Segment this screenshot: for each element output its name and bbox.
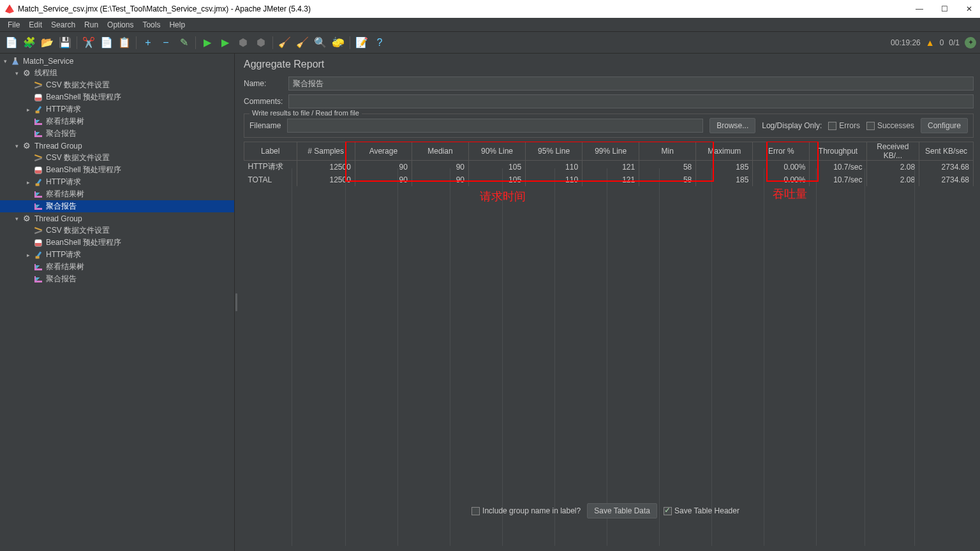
clear-all-button[interactable]: 🧹 xyxy=(295,35,310,50)
tree-viewtree-3[interactable]: 察看结果树 xyxy=(0,261,234,273)
new-button[interactable]: 📄 xyxy=(4,35,19,50)
reset-search-button[interactable]: 🧽 xyxy=(330,35,346,50)
tree-beanshell-3[interactable]: BeanShell 预处理程序 xyxy=(0,237,234,249)
function-helper-button[interactable]: 📝 xyxy=(354,35,369,50)
tree-aggregate-1[interactable]: 聚合报告 xyxy=(0,128,234,140)
shutdown-button[interactable]: ⬢ xyxy=(253,35,269,50)
table-row[interactable]: TOTAL125009090105110121581850.00%10.7/se… xyxy=(244,173,974,186)
tree-beanshell-1[interactable]: BeanShell 预处理程序 xyxy=(0,91,234,103)
tree-viewtree-1[interactable]: 察看结果树 xyxy=(0,115,234,128)
maximize-button[interactable]: ☐ xyxy=(939,4,951,13)
configure-button[interactable]: Configure xyxy=(921,118,968,133)
help-button[interactable]: ? xyxy=(372,35,387,50)
test-plan-tree[interactable]: ▾Match_Service ▾⚙线程组 CSV 数据文件设置 BeanShel… xyxy=(0,54,235,551)
tree-thread-group-2[interactable]: ▾⚙Thread Group xyxy=(0,140,234,152)
menu-file[interactable]: File xyxy=(4,19,24,31)
menu-options[interactable]: Options xyxy=(103,19,137,31)
th-label[interactable]: Label xyxy=(244,142,297,161)
warning-icon[interactable]: ▲ xyxy=(926,38,935,48)
menu-help[interactable]: Help xyxy=(165,19,189,31)
copy-icon: 📄 xyxy=(100,38,113,48)
cut-button[interactable]: ✂️ xyxy=(81,35,96,50)
tree-http-1[interactable]: ▸HTTP请求 xyxy=(0,103,234,115)
th-skb[interactable]: Sent KB/sec xyxy=(919,142,974,161)
minimize-button[interactable]: — xyxy=(913,4,926,13)
graph-icon xyxy=(34,203,42,210)
graph-icon xyxy=(34,276,42,283)
start-notimers-button[interactable]: ▶ xyxy=(218,35,233,50)
include-group-checkbox[interactable]: Include group name in label? xyxy=(471,506,581,515)
results-table-wrap: 请求时间 吞吐量 Label # Samples Average Median … xyxy=(244,142,974,546)
tree-thread-group-3[interactable]: ▾⚙Thread Group xyxy=(0,212,234,224)
open-button[interactable]: 📂 xyxy=(40,35,55,50)
reset-icon: 🧽 xyxy=(332,38,345,48)
broom-icon: 🧹 xyxy=(278,38,291,48)
sampler-icon xyxy=(35,106,41,114)
remove-button[interactable]: − xyxy=(158,35,174,50)
comments-input[interactable] xyxy=(288,94,974,108)
toggle-icon: ✎ xyxy=(180,38,188,48)
paste-button[interactable]: 📋 xyxy=(117,35,132,50)
th-min[interactable]: Min xyxy=(639,142,696,161)
menu-run[interactable]: Run xyxy=(80,19,102,31)
graph-icon xyxy=(34,264,42,270)
tree-http-3[interactable]: ▸HTTP请求 xyxy=(0,249,234,261)
save-table-header-checkbox[interactable]: Save Table Header xyxy=(664,506,739,515)
templates-button[interactable]: 🧩 xyxy=(22,35,37,50)
browse-button[interactable]: Browse... xyxy=(709,118,755,133)
stop-button[interactable]: ⬢ xyxy=(235,35,251,50)
plus-icon: + xyxy=(145,38,151,48)
thread-count: 0/1 xyxy=(949,38,960,47)
cut-icon: ✂️ xyxy=(82,38,95,48)
th-max[interactable]: Maximum xyxy=(696,142,753,161)
results-table[interactable]: Label # Samples Average Median 90% Line … xyxy=(244,142,974,186)
th-error[interactable]: Error % xyxy=(753,142,810,161)
tree-thread-group-1[interactable]: ▾⚙线程组 xyxy=(0,67,234,79)
th-p90[interactable]: 90% Line xyxy=(468,142,525,161)
copy-button[interactable]: 📄 xyxy=(99,35,114,50)
table-row[interactable]: HTTP请求125009090105110121581850.00%10.7/s… xyxy=(244,161,974,173)
tree-viewtree-2[interactable]: 察看结果树 xyxy=(0,188,234,200)
clear-button[interactable]: 🧹 xyxy=(277,35,292,50)
name-input[interactable] xyxy=(288,77,974,91)
template-icon: 🧩 xyxy=(23,38,36,48)
menu-edit[interactable]: Edit xyxy=(25,19,46,31)
toggle-button[interactable]: ✎ xyxy=(176,35,191,50)
errors-checkbox[interactable]: Errors xyxy=(828,121,860,130)
th-p95[interactable]: 95% Line xyxy=(526,142,583,161)
tree-beanshell-2[interactable]: BeanShell 预处理程序 xyxy=(0,164,234,176)
tree-root-testplan[interactable]: ▾Match_Service xyxy=(0,55,234,67)
successes-checkbox[interactable]: Successes xyxy=(866,121,914,130)
tree-csv-1[interactable]: CSV 数据文件设置 xyxy=(0,79,234,91)
graph-icon xyxy=(34,119,42,125)
annotation-label-throughput: 吞吐量 xyxy=(773,186,807,202)
th-throughput[interactable]: Throughput xyxy=(810,142,866,161)
menu-tools[interactable]: Tools xyxy=(138,19,164,31)
th-p99[interactable]: 99% Line xyxy=(583,142,639,161)
panel-title: Aggregate Report xyxy=(244,59,974,70)
th-average[interactable]: Average xyxy=(355,142,412,161)
th-samples[interactable]: # Samples xyxy=(297,142,355,161)
tree-aggregate-3[interactable]: 聚合报告 xyxy=(0,273,234,285)
groupbox-title: Write results to file / Read from file xyxy=(249,109,362,117)
tree-http-2[interactable]: ▸HTTP请求 xyxy=(0,176,234,188)
find-button[interactable]: 🔍 xyxy=(313,35,328,50)
th-rkb[interactable]: Received KB/... xyxy=(866,142,919,161)
aggregate-report-panel: Aggregate Report Name: Comments: Write r… xyxy=(237,54,980,551)
tree-aggregate-2[interactable]: 聚合报告 xyxy=(0,200,234,212)
csv-icon xyxy=(34,82,42,89)
logonly-label: Log/Display Only: xyxy=(762,121,822,130)
add-button[interactable]: + xyxy=(140,35,156,50)
menubar: File Edit Search Run Options Tools Help xyxy=(0,18,980,32)
save-table-data-button[interactable]: Save Table Data xyxy=(587,503,657,518)
start-button[interactable]: ▶ xyxy=(200,35,215,50)
tree-csv-3[interactable]: CSV 数据文件设置 xyxy=(0,224,234,237)
filename-input[interactable] xyxy=(287,119,703,133)
tree-csv-2[interactable]: CSV 数据文件设置 xyxy=(0,152,234,164)
th-median[interactable]: Median xyxy=(412,142,468,161)
flask-icon xyxy=(12,57,19,65)
table-header-row[interactable]: Label # Samples Average Median 90% Line … xyxy=(244,142,974,161)
save-button[interactable]: 💾 xyxy=(57,35,73,50)
menu-search[interactable]: Search xyxy=(47,19,79,31)
close-button[interactable]: ✕ xyxy=(963,4,975,13)
